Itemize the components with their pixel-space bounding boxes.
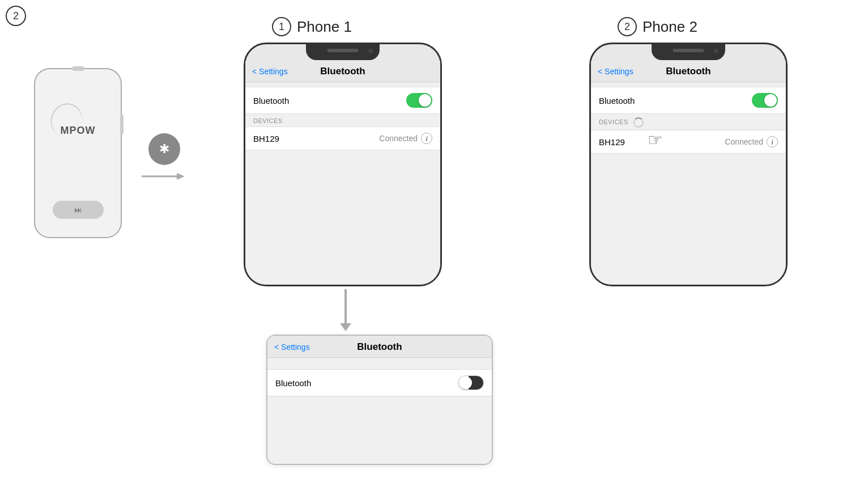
phone2-device-name: BH129	[599, 137, 625, 147]
step-badge: 2	[6, 6, 26, 26]
loading-spinner	[633, 117, 644, 128]
phone2-info-circle[interactable]: i	[767, 136, 778, 147]
phone1-title-text: Bluetooth	[320, 66, 365, 77]
phone1-connected-text: Connected	[379, 134, 418, 143]
phone2-header: < Settings Bluetooth	[591, 60, 786, 82]
phone1-back-text: < Settings	[252, 67, 288, 76]
top-button	[72, 66, 84, 71]
phone1-back-link[interactable]: < Settings	[252, 67, 288, 76]
phone1-device-status: Connected i	[379, 133, 432, 144]
phone1-toggle-thumb	[419, 94, 431, 107]
phone2-devices-text: DEVICES	[599, 119, 628, 125]
phone3-bluetooth-row: Bluetooth	[267, 370, 492, 396]
phone2-back-text: < Settings	[598, 67, 633, 76]
phone2-title-text: Bluetooth	[666, 66, 710, 77]
phone1-notch	[306, 44, 380, 60]
phone2-connected-text: Connected	[725, 137, 763, 146]
phone1-camera	[368, 49, 373, 53]
phone3-empty-area	[267, 396, 492, 425]
phone2-screen: < Settings Bluetooth Bluetooth DEVICES B…	[591, 60, 786, 285]
phone1-mockup: < Settings Bluetooth Bluetooth DEVICES B…	[244, 43, 442, 286]
phone3-spacer	[267, 358, 492, 365]
phone2-num-circle: 2	[618, 17, 637, 36]
phone2-bluetooth-section: Bluetooth	[591, 87, 786, 114]
phone1-device-name: BH129	[253, 134, 279, 143]
hand-cursor-icon: ☞	[648, 132, 663, 149]
phone1-num: 1	[279, 21, 284, 33]
phone3-screen-card: < Settings Bluetooth Bluetooth	[266, 335, 493, 465]
phone3-title-text: Bluetooth	[357, 341, 402, 353]
phone1-screen: < Settings Bluetooth Bluetooth DEVICES B…	[245, 60, 440, 285]
phone2-bluetooth-label: Bluetooth	[599, 96, 635, 105]
phone3-bluetooth-toggle[interactable]	[458, 375, 484, 390]
phone1-label: 1 Phone 1	[272, 17, 352, 36]
phone2-device-status: Connected i	[725, 136, 778, 147]
phone2-toggle-thumb	[764, 94, 777, 107]
phone1-header: < Settings Bluetooth	[245, 60, 440, 82]
phone3-bluetooth-label: Bluetooth	[275, 378, 311, 388]
bluetooth-circle: ✱	[148, 133, 180, 165]
phone1-speaker	[327, 49, 359, 52]
mpow-device: MPOW ⏭	[34, 68, 122, 238]
arrow-right-svg	[142, 171, 187, 187]
phone3-bt-screen: < Settings Bluetooth Bluetooth	[267, 336, 492, 464]
phone2-notch	[652, 44, 725, 60]
phone1-bluetooth-row: Bluetooth	[245, 87, 440, 113]
phone1-info-circle[interactable]: i	[421, 133, 432, 144]
phone3-back-text: < Settings	[274, 343, 310, 352]
phone2-num: 2	[624, 21, 630, 33]
phone2-bluetooth-row: Bluetooth	[591, 87, 786, 113]
bluetooth-signal-area: ✱	[142, 133, 187, 187]
phone3-bluetooth-section: Bluetooth	[267, 369, 492, 396]
side-button	[120, 115, 124, 134]
play-icon: ⏭	[74, 205, 82, 214]
step-number: 2	[13, 10, 19, 22]
phone2-bluetooth-toggle[interactable]	[752, 93, 778, 108]
phone2-title: Phone 2	[643, 18, 697, 36]
phone2-mockup: < Settings Bluetooth Bluetooth DEVICES B…	[589, 43, 788, 286]
phone1-device-row[interactable]: BH129 Connected i	[245, 126, 440, 150]
phone3-toggle-thumb	[459, 377, 472, 389]
phone1-bluetooth-section: Bluetooth	[245, 87, 440, 114]
phone2-devices-header: DEVICES	[591, 114, 786, 130]
phone2-camera	[714, 49, 718, 53]
phone2-speaker	[673, 49, 704, 52]
arrow-shaft	[344, 289, 347, 323]
phone1-num-circle: 1	[272, 17, 291, 36]
arrow-head	[340, 323, 351, 331]
phone2-bt-screen: < Settings Bluetooth Bluetooth DEVICES B…	[591, 60, 786, 285]
play-button: ⏭	[53, 201, 104, 219]
phone3-header: < Settings Bluetooth	[267, 336, 492, 358]
down-arrow	[340, 289, 351, 331]
phone1-devices-header: DEVICES	[245, 114, 440, 126]
svg-marker-1	[177, 173, 185, 180]
phone1-bluetooth-toggle[interactable]	[406, 93, 432, 108]
bluetooth-icon: ✱	[159, 142, 169, 157]
phone1-bt-screen: < Settings Bluetooth Bluetooth DEVICES B…	[245, 60, 440, 285]
phone2-back-link[interactable]: < Settings	[598, 67, 633, 76]
phone2-device-row[interactable]: BH129 Connected i ☞	[591, 130, 786, 154]
phone1-bluetooth-label: Bluetooth	[253, 96, 289, 105]
phone3-back-link[interactable]: < Settings	[274, 343, 310, 352]
phone2-label: 2 Phone 2	[618, 17, 697, 36]
phone1-title: Phone 1	[297, 18, 352, 36]
